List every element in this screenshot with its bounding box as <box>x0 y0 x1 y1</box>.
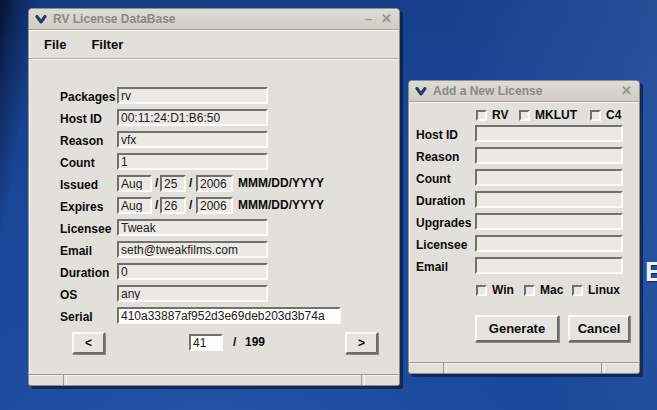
os-label: OS <box>60 287 117 304</box>
cancel-button[interactable]: Cancel <box>568 315 630 342</box>
add-email-input[interactable] <box>475 257 623 274</box>
os-input[interactable] <box>117 285 268 302</box>
add-host-id-label: Host ID <box>416 127 475 144</box>
next-record-button[interactable]: > <box>345 332 378 354</box>
date-separator: / <box>155 176 158 190</box>
main-window-resize-bar[interactable] <box>29 374 399 385</box>
reason-label: Reason <box>60 133 117 150</box>
add-host-id-row: Host ID <box>416 125 475 142</box>
serial-input[interactable] <box>117 307 341 324</box>
c4-checkbox[interactable] <box>590 110 601 121</box>
expires-day-input[interactable] <box>160 197 186 214</box>
count-input[interactable] <box>117 153 268 170</box>
add-count-input[interactable] <box>475 169 623 186</box>
desktop: { "desktop": { "bg": "#1a489a", "logo_le… <box>0 0 657 410</box>
window-title: Add a New License <box>433 84 612 98</box>
menu-file[interactable]: File <box>44 37 66 52</box>
window-title: RV License DataBase <box>53 12 356 26</box>
prev-record-button[interactable]: < <box>72 332 105 354</box>
duration-input[interactable] <box>117 263 268 280</box>
issued-label: Issued <box>60 177 117 194</box>
date-separator: / <box>189 198 192 212</box>
main-window-titlebar[interactable]: RV License DataBase – ✕ <box>29 9 399 30</box>
licensee-label: Licensee <box>60 221 117 238</box>
c4-checkbox-label: C4 <box>606 108 621 122</box>
add-duration-input[interactable] <box>475 191 623 208</box>
count-row: Count <box>60 153 117 170</box>
serial-row: Serial <box>60 307 117 324</box>
add-email-row: Email <box>416 257 475 274</box>
chevron-down-icon[interactable] <box>415 87 427 96</box>
packages-input[interactable] <box>117 87 268 104</box>
expires-label: Expires <box>60 199 117 216</box>
date-separator: / <box>155 198 158 212</box>
add-window-titlebar[interactable]: Add a New License ✕ <box>409 81 639 102</box>
add-window-body: RV MKLUT C4 Host ID Reason Count Duratio… <box>409 102 639 362</box>
add-count-row: Count <box>416 169 475 186</box>
close-icon[interactable]: ✕ <box>381 10 392 28</box>
linux-checkbox[interactable] <box>572 285 583 296</box>
mac-checkbox[interactable] <box>524 285 535 296</box>
desktop-logo-letter: E <box>645 257 657 288</box>
add-reason-row: Reason <box>416 147 475 164</box>
linux-checkbox-label: Linux <box>588 283 620 297</box>
add-reason-input[interactable] <box>475 147 623 164</box>
add-duration-row: Duration <box>416 191 475 208</box>
expires-month-input[interactable] <box>117 197 152 214</box>
c4-checkbox-pair: C4 <box>590 108 621 122</box>
record-number-input[interactable] <box>189 334 223 351</box>
win-checkbox-pair: Win <box>476 283 514 297</box>
issued-year-input[interactable] <box>196 175 233 192</box>
mklut-checkbox[interactable] <box>519 110 530 121</box>
add-licensee-input[interactable] <box>475 235 623 252</box>
email-row: Email <box>60 241 117 258</box>
date-separator: / <box>189 176 192 190</box>
host-id-row: Host ID <box>60 109 117 126</box>
add-email-label: Email <box>416 259 475 276</box>
issued-day-input[interactable] <box>160 175 186 192</box>
rv-checkbox-label: RV <box>492 108 508 122</box>
rv-checkbox[interactable] <box>476 110 487 121</box>
duration-row: Duration <box>60 263 117 280</box>
issued-row: Issued / / MMM/DD/YYYY <box>60 175 117 192</box>
licensee-row: Licensee <box>60 219 117 236</box>
licensee-input[interactable] <box>117 219 268 236</box>
issued-month-input[interactable] <box>117 175 152 192</box>
mac-checkbox-pair: Mac <box>524 283 563 297</box>
minimize-icon[interactable]: – <box>365 10 372 28</box>
issued-date-format-label: MMM/DD/YYYY <box>238 176 324 190</box>
resize-notch <box>361 375 365 385</box>
rv-license-database-window: RV License DataBase – ✕ File Filter Pack… <box>28 8 400 386</box>
reason-row: Reason <box>60 131 117 148</box>
reason-input[interactable] <box>117 131 268 148</box>
expires-date-format-label: MMM/DD/YYYY <box>238 198 324 212</box>
win-checkbox[interactable] <box>476 285 487 296</box>
resize-notch <box>443 363 447 373</box>
packages-label: Packages <box>60 89 117 106</box>
add-window-resize-bar[interactable] <box>409 362 639 373</box>
chevron-down-icon[interactable] <box>35 15 47 24</box>
menu-bar: File Filter <box>29 30 399 59</box>
add-host-id-input[interactable] <box>475 125 623 142</box>
add-upgrades-label: Upgrades <box>416 215 475 232</box>
record-total: 199 <box>245 335 265 349</box>
expires-year-input[interactable] <box>196 197 233 214</box>
expires-row: Expires / / MMM/DD/YYYY <box>60 197 117 214</box>
add-count-label: Count <box>416 171 475 188</box>
serial-label: Serial <box>60 309 117 326</box>
generate-button[interactable]: Generate <box>475 315 559 342</box>
menu-filter[interactable]: Filter <box>91 37 123 52</box>
add-duration-label: Duration <box>416 193 475 210</box>
close-icon[interactable]: ✕ <box>621 82 632 100</box>
add-new-license-window: Add a New License ✕ RV MKLUT C4 Host ID … <box>408 80 640 374</box>
os-row: OS <box>60 285 117 302</box>
host-id-label: Host ID <box>60 111 117 128</box>
add-upgrades-row: Upgrades <box>416 213 475 230</box>
add-upgrades-input[interactable] <box>475 213 623 230</box>
record-separator: / <box>233 335 236 349</box>
add-reason-label: Reason <box>416 149 475 166</box>
main-window-body: File Filter Packages Host ID Reason Coun… <box>29 30 399 374</box>
host-id-input[interactable] <box>117 109 268 126</box>
add-licensee-row: Licensee <box>416 235 475 252</box>
email-input[interactable] <box>117 241 268 258</box>
